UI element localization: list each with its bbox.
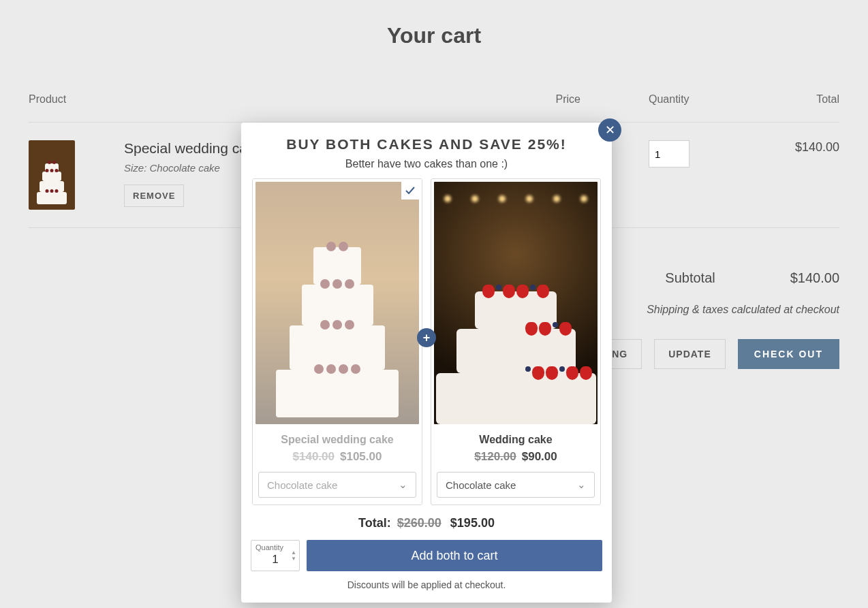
update-button[interactable]: UPDATE [654, 339, 726, 369]
product-card-2[interactable]: Wedding cake $120.00$90.00 Chocolate cak… [431, 178, 601, 505]
chevron-down-icon: ⌄ [399, 479, 407, 491]
product-option-select-1[interactable]: Chocolate cake ⌄ [258, 472, 416, 498]
checkmark-icon [401, 182, 419, 199]
modal-subtitle: Better have two cakes than one :) [251, 158, 602, 170]
product-price-1: $140.00$105.00 [255, 450, 419, 464]
product-name-2: Wedding cake [434, 434, 598, 446]
col-quantity: Quantity [580, 93, 758, 123]
remove-button[interactable]: REMOVE [124, 185, 184, 207]
col-price: Price [485, 93, 580, 123]
stepper-icon[interactable]: ▲▼ [291, 550, 296, 562]
page-title: Your cart [0, 0, 868, 66]
item-total: $140.00 [758, 123, 839, 228]
checkout-button[interactable]: CHECK OUT [738, 339, 839, 369]
chevron-down-icon: ⌄ [577, 479, 586, 491]
subtotal-value: $140.00 [790, 270, 839, 286]
product-name-1: Special wedding cake [255, 434, 419, 446]
plus-icon: + [417, 328, 436, 347]
subtotal-label: Subtotal [665, 270, 715, 286]
add-both-button[interactable]: Add both to cart [307, 540, 602, 571]
modal-quantity-input[interactable]: Quantity 1 ▲▼ [251, 540, 300, 571]
close-icon: ✕ [605, 123, 615, 138]
product-image-1 [255, 182, 419, 424]
col-total: Total [758, 93, 839, 123]
product-option-select-2[interactable]: Chocolate cake ⌄ [437, 472, 595, 498]
discount-note: Discounts will be applied at checkout. [251, 579, 602, 590]
product-image-2 [434, 182, 598, 424]
quantity-input[interactable] [649, 140, 689, 167]
modal-title: BUY BOTH CAKES AND SAVE 25%! [251, 136, 602, 153]
product-card-1[interactable]: Special wedding cake $140.00$105.00 Choc… [252, 178, 422, 505]
modal-total: Total: $260.00 $195.00 [251, 516, 602, 530]
item-thumbnail[interactable] [29, 140, 75, 210]
product-price-2: $120.00$90.00 [434, 450, 598, 464]
upsell-modal: ✕ BUY BOTH CAKES AND SAVE 25%! Better ha… [241, 123, 612, 603]
col-product: Product [29, 93, 124, 123]
close-button[interactable]: ✕ [598, 118, 621, 142]
